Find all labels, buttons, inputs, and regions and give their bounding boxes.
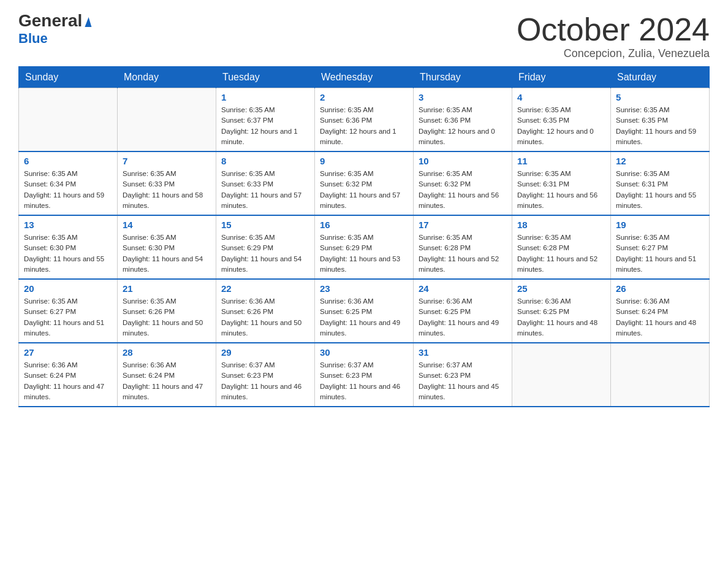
page-title: October 2024 [517, 12, 710, 47]
logo-general: General [18, 12, 91, 29]
day-number: 2 [320, 92, 408, 102]
day-info: Sunrise: 6:35 AMSunset: 6:33 PMDaylight:… [221, 169, 309, 211]
calendar-cell: 13Sunrise: 6:35 AMSunset: 6:30 PMDayligh… [19, 215, 118, 279]
calendar-cell: 8Sunrise: 6:35 AMSunset: 6:33 PMDaylight… [216, 151, 315, 215]
calendar-day-header: Saturday [611, 67, 710, 88]
calendar-cell: 27Sunrise: 6:36 AMSunset: 6:24 PMDayligh… [19, 343, 118, 407]
day-info: Sunrise: 6:35 AMSunset: 6:29 PMDaylight:… [320, 232, 408, 275]
calendar-cell: 20Sunrise: 6:35 AMSunset: 6:27 PMDayligh… [19, 279, 118, 343]
day-number: 8 [221, 156, 309, 166]
day-number: 11 [517, 156, 605, 166]
calendar-cell: 31Sunrise: 6:37 AMSunset: 6:23 PMDayligh… [414, 343, 512, 407]
calendar-cell [19, 88, 118, 152]
calendar-cell: 26Sunrise: 6:36 AMSunset: 6:24 PMDayligh… [611, 279, 710, 343]
day-number: 1 [221, 92, 309, 102]
calendar-day-header: Tuesday [216, 67, 315, 88]
day-number: 23 [320, 283, 408, 294]
day-info: Sunrise: 6:35 AMSunset: 6:36 PMDaylight:… [419, 105, 507, 147]
day-number: 7 [123, 156, 211, 166]
calendar-cell: 24Sunrise: 6:36 AMSunset: 6:25 PMDayligh… [414, 279, 512, 343]
calendar-cell: 5Sunrise: 6:35 AMSunset: 6:35 PMDaylight… [611, 88, 710, 152]
calendar-cell: 15Sunrise: 6:35 AMSunset: 6:29 PMDayligh… [216, 215, 315, 279]
day-number: 30 [320, 347, 408, 358]
calendar-day-header: Thursday [414, 67, 512, 88]
day-info: Sunrise: 6:35 AMSunset: 6:33 PMDaylight:… [123, 169, 211, 211]
day-number: 21 [123, 283, 211, 294]
day-number: 18 [517, 220, 605, 230]
calendar-week-row: 6Sunrise: 6:35 AMSunset: 6:34 PMDaylight… [19, 151, 710, 215]
day-info: Sunrise: 6:35 AMSunset: 6:27 PMDaylight:… [24, 296, 112, 339]
day-number: 28 [123, 347, 211, 358]
day-info: Sunrise: 6:35 AMSunset: 6:35 PMDaylight:… [517, 105, 605, 147]
calendar-week-row: 1Sunrise: 6:35 AMSunset: 6:37 PMDaylight… [19, 88, 710, 152]
day-info: Sunrise: 6:36 AMSunset: 6:26 PMDaylight:… [221, 296, 309, 339]
day-info: Sunrise: 6:36 AMSunset: 6:25 PMDaylight:… [419, 296, 507, 339]
calendar-cell: 21Sunrise: 6:35 AMSunset: 6:26 PMDayligh… [118, 279, 216, 343]
page-header: General Blue October 2024 Concepcion, Zu… [18, 12, 710, 60]
day-number: 26 [616, 283, 704, 294]
day-info: Sunrise: 6:35 AMSunset: 6:28 PMDaylight:… [419, 232, 507, 275]
day-number: 14 [123, 220, 211, 230]
calendar-cell [118, 88, 216, 152]
logo: General Blue [18, 12, 91, 47]
calendar-table: SundayMondayTuesdayWednesdayThursdayFrid… [18, 66, 710, 407]
day-number: 6 [24, 156, 112, 166]
day-number: 29 [221, 347, 309, 358]
day-info: Sunrise: 6:35 AMSunset: 6:27 PMDaylight:… [616, 232, 704, 275]
calendar-cell: 28Sunrise: 6:36 AMSunset: 6:24 PMDayligh… [118, 343, 216, 407]
day-info: Sunrise: 6:36 AMSunset: 6:24 PMDaylight:… [616, 296, 704, 339]
day-info: Sunrise: 6:35 AMSunset: 6:30 PMDaylight:… [123, 232, 211, 275]
day-number: 27 [24, 347, 112, 358]
day-info: Sunrise: 6:36 AMSunset: 6:24 PMDaylight:… [24, 360, 112, 402]
day-number: 19 [616, 220, 704, 230]
day-info: Sunrise: 6:35 AMSunset: 6:35 PMDaylight:… [616, 105, 704, 147]
calendar-cell: 25Sunrise: 6:36 AMSunset: 6:25 PMDayligh… [512, 279, 611, 343]
day-info: Sunrise: 6:37 AMSunset: 6:23 PMDaylight:… [320, 360, 408, 402]
day-info: Sunrise: 6:35 AMSunset: 6:30 PMDaylight:… [24, 232, 112, 275]
calendar-cell: 11Sunrise: 6:35 AMSunset: 6:31 PMDayligh… [512, 151, 611, 215]
calendar-cell: 1Sunrise: 6:35 AMSunset: 6:37 PMDaylight… [216, 88, 315, 152]
day-info: Sunrise: 6:35 AMSunset: 6:29 PMDaylight:… [221, 232, 309, 275]
day-info: Sunrise: 6:35 AMSunset: 6:31 PMDaylight:… [517, 169, 605, 211]
calendar-cell: 9Sunrise: 6:35 AMSunset: 6:32 PMDaylight… [315, 151, 414, 215]
calendar-week-row: 20Sunrise: 6:35 AMSunset: 6:27 PMDayligh… [19, 279, 710, 343]
day-info: Sunrise: 6:35 AMSunset: 6:37 PMDaylight:… [221, 105, 309, 147]
calendar-cell: 7Sunrise: 6:35 AMSunset: 6:33 PMDaylight… [118, 151, 216, 215]
day-number: 13 [24, 220, 112, 230]
calendar-cell: 4Sunrise: 6:35 AMSunset: 6:35 PMDaylight… [512, 88, 611, 152]
title-area: October 2024 Concepcion, Zulia, Venezuel… [517, 12, 710, 60]
calendar-cell: 12Sunrise: 6:35 AMSunset: 6:31 PMDayligh… [611, 151, 710, 215]
calendar-header-row: SundayMondayTuesdayWednesdayThursdayFrid… [19, 67, 710, 88]
calendar-day-header: Friday [512, 67, 611, 88]
day-number: 12 [616, 156, 704, 166]
calendar-week-row: 27Sunrise: 6:36 AMSunset: 6:24 PMDayligh… [19, 343, 710, 407]
day-info: Sunrise: 6:35 AMSunset: 6:28 PMDaylight:… [517, 232, 605, 275]
day-info: Sunrise: 6:37 AMSunset: 6:23 PMDaylight:… [221, 360, 309, 402]
day-info: Sunrise: 6:35 AMSunset: 6:32 PMDaylight:… [320, 169, 408, 211]
calendar-cell [611, 343, 710, 407]
day-number: 24 [419, 283, 507, 294]
calendar-cell: 29Sunrise: 6:37 AMSunset: 6:23 PMDayligh… [216, 343, 315, 407]
day-info: Sunrise: 6:36 AMSunset: 6:24 PMDaylight:… [123, 360, 211, 402]
day-info: Sunrise: 6:35 AMSunset: 6:32 PMDaylight:… [419, 169, 507, 211]
calendar-cell: 17Sunrise: 6:35 AMSunset: 6:28 PMDayligh… [414, 215, 512, 279]
calendar-day-header: Monday [118, 67, 216, 88]
day-info: Sunrise: 6:35 AMSunset: 6:36 PMDaylight:… [320, 105, 408, 147]
calendar-day-header: Wednesday [315, 67, 414, 88]
day-info: Sunrise: 6:35 AMSunset: 6:31 PMDaylight:… [616, 169, 704, 211]
calendar-cell: 30Sunrise: 6:37 AMSunset: 6:23 PMDayligh… [315, 343, 414, 407]
day-number: 17 [419, 220, 507, 230]
calendar-cell: 3Sunrise: 6:35 AMSunset: 6:36 PMDaylight… [414, 88, 512, 152]
calendar-day-header: Sunday [19, 67, 118, 88]
day-number: 31 [419, 347, 507, 358]
day-number: 4 [517, 92, 605, 102]
subtitle: Concepcion, Zulia, Venezuela [517, 47, 710, 60]
day-number: 10 [419, 156, 507, 166]
day-number: 9 [320, 156, 408, 166]
day-number: 5 [616, 92, 704, 102]
day-info: Sunrise: 6:36 AMSunset: 6:25 PMDaylight:… [320, 296, 408, 339]
calendar-cell: 18Sunrise: 6:35 AMSunset: 6:28 PMDayligh… [512, 215, 611, 279]
day-number: 25 [517, 283, 605, 294]
day-number: 15 [221, 220, 309, 230]
day-number: 3 [419, 92, 507, 102]
